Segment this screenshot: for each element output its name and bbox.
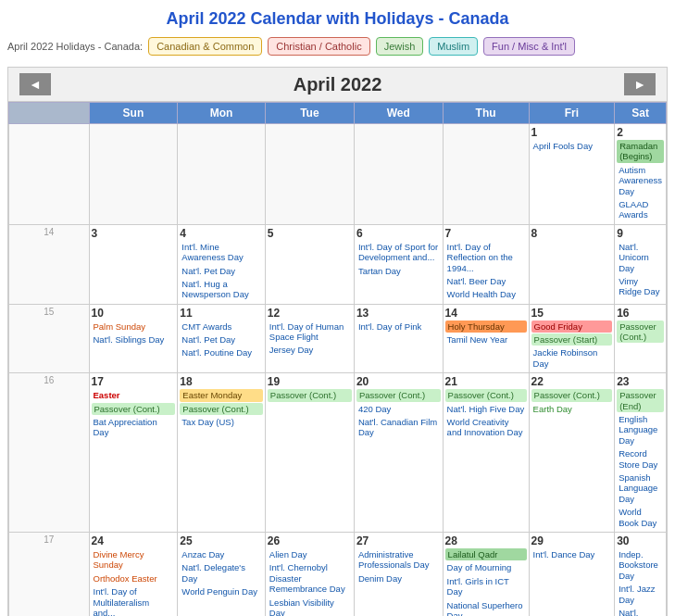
day-cell-22: 22 Passover (Cont.) Earth Day [529,373,615,533]
event: World Creativity and Innovation Day [445,416,527,439]
day-number: 22 [531,375,613,388]
day-number: 19 [268,375,352,388]
event: Orthodox Easter [92,572,176,585]
day-number: 1 [531,126,613,139]
event: Passover (Cont.) [92,403,176,415]
day-cell-4: 4 Int'l. Mine Awareness Day Nat'l. Pet D… [178,224,265,304]
event: English Language Day [617,413,664,446]
table-row: 16 17 Easter Passover (Cont.) Bat Apprec… [9,373,667,533]
day-cell-30: 30 Indep. Bookstore Day Int'l. Jazz Day … [615,532,667,616]
next-month-button[interactable]: ► [624,73,656,95]
event: Int'l. Day of Reflection on the 1994... [445,241,527,274]
event: Nat'l. Pet Day [180,333,262,346]
day-number: 3 [92,227,176,240]
event: Passover (Cont.) [445,389,527,401]
event: Good Friday [531,321,613,333]
day-number: 13 [356,307,441,320]
event: Jersey Day [268,344,352,356]
day-cell-13: 13 Int'l. Day of Pink [354,304,443,373]
day-cell-20: 20 Passover (Cont.) 420 Day Nat'l. Canad… [354,373,443,533]
day-number: 17 [92,375,176,388]
day-cell-2: 2 Ramadan (Begins) Autism Awareness Day … [615,124,667,225]
day-number: 21 [445,375,527,388]
event: Administrative Professionals Day [356,548,441,572]
event: Alien Day [268,548,352,560]
event: Nat'l. High Five Day [445,403,527,415]
day-cell-7: 7 Int'l. Day of Reflection on the 1994..… [443,224,529,304]
event: World Penguin Day [180,585,262,597]
event: Passover (Cont.) [356,389,441,401]
event: Tax Day (US) [180,416,262,428]
day-cell-empty [89,124,178,225]
event: World Book Day [617,506,664,529]
day-cell-15: 15 Good Friday Passover (Start) Jackie R… [529,304,615,373]
day-cell-12: 12 Int'l. Day of Human Space Flight Jers… [265,304,354,373]
event: Easter [92,389,176,401]
filter-canadian[interactable]: Canadian & Common [148,37,262,56]
page-title: April 2022 Calendar with Holidays - Cana… [0,0,675,33]
day-number: 12 [268,307,352,320]
day-number: 9 [617,227,664,240]
table-row: 17 24 Divine Mercy Sunday Orthodox Easte… [9,532,667,616]
event: Holy Thursday [445,321,527,333]
event: Nat'l. Unicorn Day [617,241,664,274]
event: Int'l. Chernobyl Disaster Remembrance Da… [268,561,352,595]
col-tue: Tue [265,103,354,124]
event: Nat'l. Siblings Day [92,333,176,346]
day-cell-27: 27 Administrative Professionals Day Deni… [354,532,443,616]
event: Indep. Bookstore Day [617,548,664,582]
day-cell-5: 5 [265,224,354,304]
filter-christian[interactable]: Christian / Catholic [268,37,369,56]
event: Divine Mercy Sunday [92,548,176,572]
day-cell-25: 25 Anzac Day Nat'l. Delegate's Day World… [178,532,265,616]
col-sat: Sat [615,103,667,124]
day-cell-empty [443,124,529,225]
filter-fun[interactable]: Fun / Misc & Int'l [483,37,575,56]
filter-muslim[interactable]: Muslim [429,37,478,56]
col-sun: Sun [89,103,178,124]
day-cell-16: 16 Passover (Cont.) [615,304,667,373]
event: Passover (Cont.) [617,321,664,344]
day-number: 28 [445,534,527,547]
month-title: April 2022 [294,74,382,95]
prev-month-button[interactable]: ◄ [19,73,51,95]
day-number: 24 [92,534,176,547]
event: April Fools Day [531,140,613,152]
event: Nat'l. Adopt A Shelter Pet Day [617,607,664,616]
day-cell-19: 19 Passover (Cont.) [265,373,354,533]
day-number: 10 [92,307,176,320]
event: Denim Day [356,572,441,585]
day-cell-9: 9 Nat'l. Unicorn Day Vimy Ridge Day [615,224,667,304]
day-cell-3: 3 [89,224,178,304]
event: Int'l. Day of Pink [356,321,441,333]
day-number: 26 [268,534,352,547]
event: Passover (Cont.) [180,403,262,415]
day-number: 2 [617,126,664,139]
event: National Superhero Day [445,599,527,617]
event: Int'l. Day of Human Space Flight [268,321,352,344]
event: Spanish Language Day [617,471,664,505]
table-row: 14 3 4 Int'l. Mine Awareness Day Nat'l. … [9,224,667,304]
event: Nat'l. Poutine Day [180,346,262,358]
event: Jackie Robinson Day [531,346,613,370]
event: Palm Sunday [92,321,176,333]
day-cell-17: 17 Easter Passover (Cont.) Bat Appreciat… [89,373,178,533]
day-cell-18: 18 Easter Monday Passover (Cont.) Tax Da… [178,373,265,533]
event: Nat'l. Beer Day [445,275,527,287]
day-number: 27 [356,534,441,547]
filter-jewish[interactable]: Jewish [376,37,424,56]
event: Passover (End) [617,389,664,412]
event: Int'l. Girls in ICT Day [445,575,527,598]
day-cell-8: 8 [529,224,615,304]
col-mon: Mon [178,103,265,124]
day-number: 7 [445,227,527,240]
day-number: 29 [531,534,613,547]
day-number: 30 [617,534,664,547]
week-num: 16 [9,373,90,533]
day-cell-10: 10 Palm Sunday Nat'l. Siblings Day [89,304,178,373]
table-row: 15 10 Palm Sunday Nat'l. Siblings Day 11… [9,304,667,373]
event: Record Store Day [617,447,664,471]
day-number: 25 [180,534,262,547]
day-number: 5 [268,227,352,240]
week-num-header [9,103,90,124]
